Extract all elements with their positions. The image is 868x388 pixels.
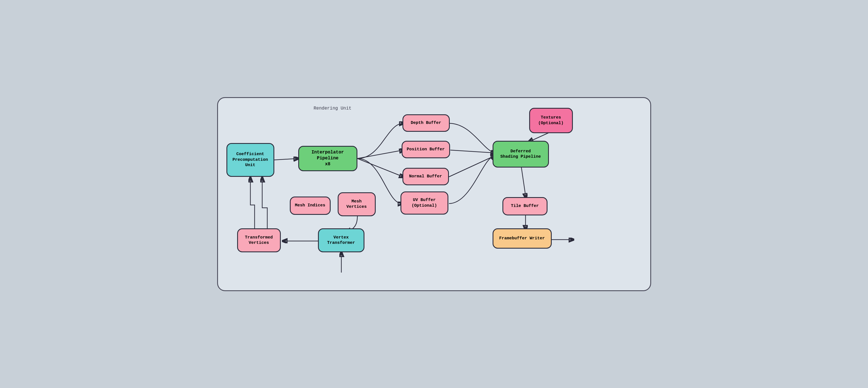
position-buffer-node: Position Buffer: [402, 141, 450, 158]
mesh-vertices-node: MeshVertices: [338, 192, 376, 216]
interpolator-pipeline-node: Interpolator Pipelinex8: [298, 146, 358, 171]
transformed-vertices-node: TransformedVertices: [237, 228, 281, 252]
svg-line-5: [529, 132, 551, 142]
vertex-transformer-node: VertexTransformer: [318, 228, 365, 252]
normal-buffer-node: Normal Buffer: [402, 168, 449, 185]
svg-line-2: [358, 159, 403, 177]
diagram-container: Rendering Unit: [217, 97, 651, 291]
svg-line-4: [449, 156, 495, 177]
deferred-shading-node: DeferredShading Pipeline: [493, 141, 549, 167]
depth-buffer-node: Depth Buffer: [402, 114, 450, 132]
svg-line-6: [521, 167, 526, 197]
rendering-unit-label: Rendering Unit: [314, 106, 351, 111]
tile-buffer-node: Tile Buffer: [502, 197, 548, 216]
coefficient-precomputation-node: Coefficient Precomputation Unit: [226, 143, 274, 177]
framebuffer-writer-node: Framebuffer Writer: [493, 228, 552, 249]
svg-line-3: [450, 150, 495, 153]
mesh-indices-node: Mesh Indices: [290, 197, 331, 215]
uv-buffer-node: UV Buffer(Optional): [401, 191, 448, 215]
textures-node: Textures(Optional): [529, 108, 573, 133]
svg-line-0: [274, 159, 298, 160]
svg-line-1: [358, 150, 403, 159]
